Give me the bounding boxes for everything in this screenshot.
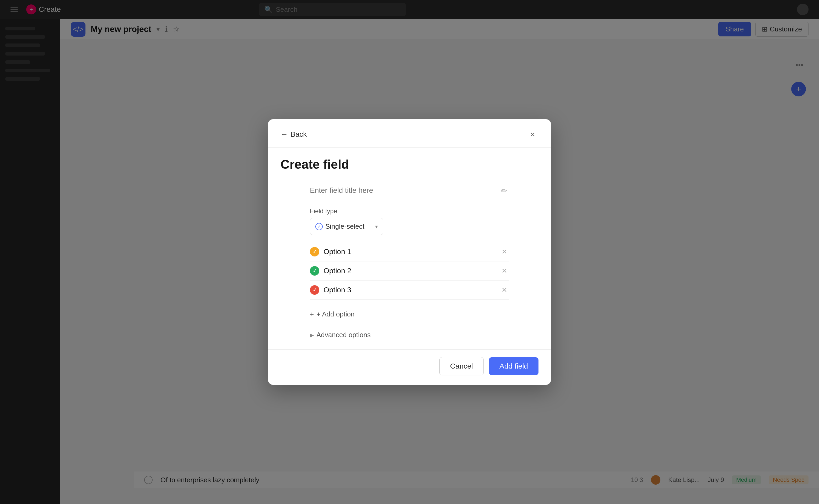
modal-title: Create field: [281, 157, 538, 172]
field-type-label: Field type: [310, 207, 509, 215]
advanced-options-label: Advanced options: [317, 331, 371, 339]
modal-header: ← Back ×: [268, 119, 551, 148]
field-title-input[interactable]: [310, 182, 509, 199]
close-icon: ×: [530, 130, 535, 139]
field-type-section: Field type Single-select ▾: [310, 207, 509, 235]
back-arrow-icon: ←: [281, 130, 288, 139]
back-button[interactable]: ← Back: [281, 130, 307, 139]
modal-footer: Cancel Add field: [268, 349, 551, 385]
field-title-input-wrapper: ✏: [310, 182, 509, 199]
option-color-green[interactable]: [310, 266, 319, 276]
remove-option-2-button[interactable]: ✕: [500, 266, 509, 276]
add-option-button[interactable]: + + Add option: [310, 306, 509, 322]
single-select-icon: [315, 223, 323, 230]
options-list: Option 1 ✕ Option 2 ✕ Option 3 ✕: [310, 242, 509, 300]
cancel-button[interactable]: Cancel: [439, 357, 484, 375]
option-row: Option 1 ✕: [310, 242, 509, 261]
add-field-button[interactable]: Add field: [489, 357, 538, 375]
add-option-plus-icon: +: [310, 310, 314, 318]
option-color-yellow[interactable]: [310, 247, 319, 256]
create-field-modal: ← Back × Create field ✏ Field type Singl…: [268, 119, 551, 385]
option-row: Option 3 ✕: [310, 281, 509, 300]
option-label: Option 3: [324, 286, 495, 294]
remove-option-3-button[interactable]: ✕: [500, 285, 509, 295]
field-type-value: Single-select: [325, 222, 364, 231]
option-label: Option 2: [324, 267, 495, 275]
option-row: Option 2 ✕: [310, 261, 509, 281]
close-button[interactable]: ×: [527, 129, 538, 140]
add-option-label: + Add option: [317, 310, 354, 318]
modal-title-area: Create field: [268, 148, 551, 177]
option-color-red[interactable]: [310, 285, 319, 295]
chevron-right-icon: ▶: [310, 332, 314, 338]
field-type-select[interactable]: Single-select ▾: [310, 218, 383, 235]
back-label: Back: [291, 130, 307, 139]
chevron-down-icon: ▾: [375, 223, 378, 230]
option-label: Option 1: [324, 248, 495, 256]
remove-option-1-button[interactable]: ✕: [500, 247, 509, 256]
advanced-options-button[interactable]: ▶ Advanced options: [310, 326, 509, 344]
pencil-icon: ✏: [501, 186, 507, 195]
modal-body: ✏ Field type Single-select ▾ Option 1 ✕ …: [268, 177, 551, 349]
